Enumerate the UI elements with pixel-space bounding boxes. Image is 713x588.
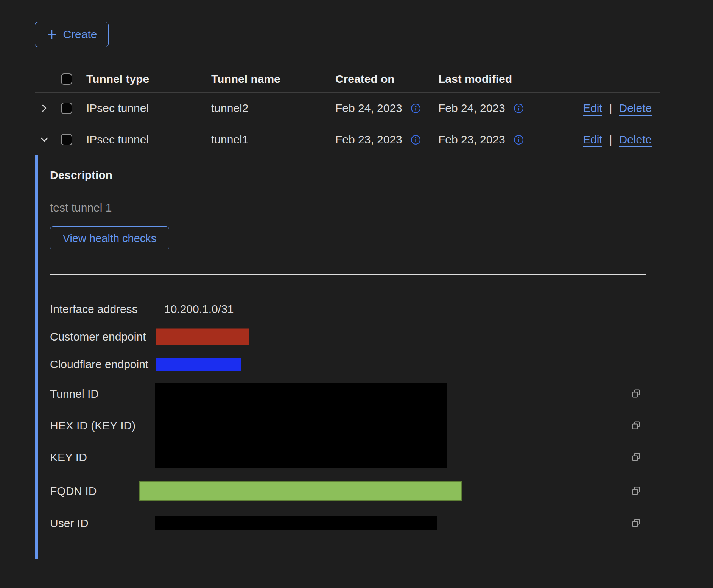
tunnel-type-cell: IPsec tunnel [86,133,211,146]
field-label: Tunnel ID [50,387,156,400]
header-last-modified: Last modified [438,73,583,86]
last-modified-cell: Feb 24, 2023 [438,102,505,115]
edit-link[interactable]: Edit [583,102,602,115]
created-on-cell: Feb 23, 2023 [335,133,402,146]
table-row: IPsec tunnel tunnel2 Feb 24, 2023 Feb 24… [35,93,660,124]
field-id-group: Tunnel ID HEX ID (KEY ID) [50,378,660,473]
tunnels-table: Tunnel type Tunnel name Created on Last … [35,66,660,155]
field-label: Interface address [50,303,156,316]
header-created-on: Created on [335,73,438,86]
tunnel-name-cell: tunnel1 [211,133,335,146]
copy-icon[interactable] [631,389,641,399]
field-cloudflare-endpoint: Cloudflare endpoint [50,350,660,378]
tunnels-page: Create Tunnel type Tunnel name Created o… [0,0,713,588]
tunnel-type-cell: IPsec tunnel [86,102,211,115]
field-label: Cloudflare endpoint [50,358,156,371]
view-health-checks-label: View health checks [63,232,157,245]
chevron-down-icon[interactable] [39,135,49,145]
info-icon[interactable] [411,135,421,145]
view-health-checks-button[interactable]: View health checks [50,226,169,250]
tunnel-detail-panel: Description test tunnel 1 View health ch… [35,155,660,559]
field-fqdn-id: FQDN ID [50,473,660,509]
table-header-row: Tunnel type Tunnel name Created on Last … [35,66,660,93]
create-button[interactable]: Create [35,22,109,47]
plus-icon [46,29,58,40]
field-label: KEY ID [50,451,156,464]
tunnel-name-cell: tunnel2 [211,102,335,115]
header-tunnel-type: Tunnel type [86,73,211,86]
field-user-id: User ID [50,509,660,537]
interface-address-value: 10.200.1.0/31 [156,303,234,316]
copy-icon[interactable] [631,518,641,528]
delete-link[interactable]: Delete [619,102,652,115]
row-checkbox[interactable] [61,134,72,145]
copy-icon[interactable] [631,453,641,462]
description-value: test tunnel 1 [50,201,660,215]
action-separator: | [609,102,612,115]
select-all-checkbox[interactable] [61,73,72,85]
create-button-label: Create [63,28,97,41]
description-label: Description [50,168,660,182]
field-interface-address: Interface address 10.200.1.0/31 [50,295,660,323]
section-divider [50,274,646,275]
info-icon[interactable] [514,103,524,114]
table-row-expanded: IPsec tunnel tunnel1 Feb 23, 2023 Feb 23… [35,124,660,155]
redacted-fqdn-id [139,481,462,501]
created-on-cell: Feb 24, 2023 [335,102,402,115]
info-icon[interactable] [514,135,524,145]
tunnel-fields: Interface address 10.200.1.0/31 Customer… [50,295,660,537]
redacted-customer-endpoint [156,328,249,345]
last-modified-cell: Feb 23, 2023 [438,133,505,146]
redacted-id-block [155,383,447,468]
info-icon[interactable] [411,103,421,114]
row-checkbox[interactable] [61,103,72,114]
field-label: Customer endpoint [50,330,156,343]
header-tunnel-name: Tunnel name [211,73,335,86]
copy-icon[interactable] [631,421,641,431]
edit-link[interactable]: Edit [583,133,602,146]
field-label: HEX ID (KEY ID) [50,419,135,432]
chevron-right-icon[interactable] [39,103,49,113]
redacted-user-id [155,516,437,530]
delete-link[interactable]: Delete [619,133,652,146]
action-separator: | [609,133,612,146]
copy-icon[interactable] [631,486,641,496]
field-label: User ID [50,517,156,530]
redacted-cloudflare-endpoint [156,358,241,371]
field-customer-endpoint: Customer endpoint [50,323,660,350]
